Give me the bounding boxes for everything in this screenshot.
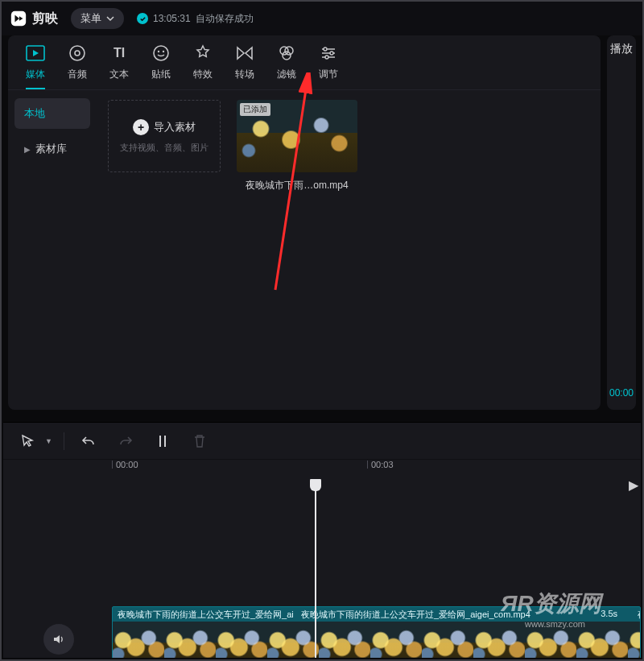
check-circle-icon (137, 13, 148, 24)
clip-filename: 夜晚城市下雨…om.mp4 (246, 179, 348, 192)
import-subtitle: 支持视频、音频、图片 (120, 142, 208, 154)
import-media-card[interactable]: + 导入素材 支持视频、音频、图片 (108, 100, 221, 172)
timeline-ruler[interactable]: 00:00 00:03 (3, 460, 641, 479)
tab-filter[interactable]: 滤镜 (277, 43, 296, 81)
tab-effect[interactable]: 特效 (193, 43, 213, 81)
clip-label-3: 夜晚城 (638, 609, 641, 621)
track-mute-button[interactable] (43, 624, 74, 655)
timeline-tools: ▼ (3, 423, 641, 460)
sidebar-item-local[interactable]: 本地 (14, 98, 90, 129)
tab-transition[interactable]: 转场 (235, 43, 254, 81)
clip-duration: 3.5s (601, 609, 617, 618)
timeline-panel: ▼ 00:00 00:03 夜晚城市下雨的街道上公交车开过_爱给网_ai 夜晚城… (3, 422, 641, 658)
tab-media[interactable]: 媒体 (26, 43, 45, 81)
plus-icon: + (133, 119, 149, 135)
svg-point-2 (70, 46, 85, 60)
tab-audio[interactable]: 音频 (68, 43, 87, 81)
tab-label: 贴纸 (151, 68, 171, 81)
tab-label: 特效 (193, 68, 213, 81)
transition-icon (235, 43, 254, 63)
filter-icon (277, 43, 296, 63)
autosave-text: 自动保存成功 (196, 12, 254, 26)
pointer-tool[interactable] (14, 428, 40, 454)
undo-button[interactable] (76, 428, 101, 454)
sticker-icon (151, 43, 171, 63)
clip-frames (113, 622, 640, 658)
tool-tabs: 媒体 音频 TI 文本 贴纸 特效 转场 (8, 35, 601, 90)
media-panel: 媒体 音频 TI 文本 贴纸 特效 转场 (8, 35, 601, 410)
effect-icon (193, 43, 213, 63)
media-clip[interactable]: 已添加 夜晚城市下雨…om.mp4 (237, 100, 357, 192)
app-logo: 剪映 (10, 10, 58, 27)
tab-label: 滤镜 (277, 68, 296, 81)
svg-point-9 (283, 52, 291, 60)
tab-label: 转场 (235, 68, 254, 81)
redo-button[interactable] (113, 428, 138, 454)
tab-text[interactable]: TI 文本 (109, 43, 129, 81)
app-name: 剪映 (32, 10, 58, 27)
clip-label-1: 夜晚城市下雨的街道上公交车开过_爱给网_ai (118, 609, 294, 619)
adjust-icon (319, 43, 338, 63)
split-tool[interactable] (150, 428, 175, 454)
svg-point-4 (154, 46, 168, 60)
chevron-right-icon: ▶ (24, 145, 31, 154)
sidebar-item-library[interactable]: ▶ 素材库 (14, 134, 90, 164)
tab-label: 媒体 (26, 68, 45, 81)
media-content: + 导入素材 支持视频、音频、图片 已添加 夜晚城市下雨…om.mp4 (97, 90, 601, 410)
sidebar-item-label: 本地 (24, 106, 45, 121)
ruler-tick: 00:00 (116, 460, 138, 469)
preview-label: 播放 (610, 42, 633, 56)
tab-adjust[interactable]: 调节 (319, 43, 338, 81)
tab-label: 调节 (319, 68, 338, 81)
delete-button[interactable] (187, 428, 213, 454)
titlebar: 剪映 菜单 13:05:31 自动保存成功 (2, 2, 642, 35)
svg-point-11 (330, 52, 333, 55)
autosave-status: 13:05:31 自动保存成功 (137, 12, 254, 26)
clip-added-badge: 已添加 (240, 103, 270, 116)
clip-label-2: 夜晚城市下雨的街道上公交车开过_爱给网_aigei_com.mp4 (301, 609, 530, 619)
media-sidebar: 本地 ▶ 素材库 (8, 90, 97, 410)
timeline-clip[interactable]: 夜晚城市下雨的街道上公交车开过_爱给网_ai 夜晚城市下雨的街道上公交车开过_爱… (112, 606, 641, 658)
playhead-grip[interactable] (310, 479, 321, 491)
preview-panel-edge: 播放 00:00 (607, 35, 636, 410)
video-track[interactable]: 夜晚城市下雨的街道上公交车开过_爱给网_ai 夜晚城市下雨的街道上公交车开过_爱… (112, 606, 641, 658)
sidebar-item-label: 素材库 (35, 142, 67, 156)
scroll-right-icon[interactable]: ▶ (626, 461, 641, 509)
svg-point-10 (324, 48, 327, 51)
svg-point-6 (163, 51, 164, 52)
menu-button[interactable]: 菜单 (71, 8, 124, 29)
svg-point-12 (325, 56, 328, 59)
tab-sticker[interactable]: 贴纸 (151, 43, 171, 81)
text-icon: TI (109, 43, 129, 63)
chevron-down-icon (106, 14, 114, 23)
autosave-time: 13:05:31 (153, 13, 191, 24)
svg-point-5 (158, 51, 159, 52)
import-title: 导入素材 (154, 120, 196, 134)
media-icon (26, 43, 45, 63)
tracks-area[interactable]: 夜晚城市下雨的街道上公交车开过_爱给网_ai 夜晚城市下雨的街道上公交车开过_爱… (3, 479, 641, 658)
menu-button-label: 菜单 (80, 11, 101, 26)
svg-point-8 (285, 47, 293, 55)
app-logo-icon (10, 10, 27, 27)
preview-timecode: 00:00 (609, 387, 634, 399)
tab-label: 音频 (68, 68, 87, 81)
chevron-down-icon[interactable]: ▼ (45, 437, 52, 445)
playhead[interactable] (315, 479, 316, 658)
svg-point-3 (75, 51, 80, 56)
tab-label: 文本 (109, 68, 129, 81)
ruler-tick: 00:03 (371, 460, 394, 469)
clip-thumbnail: 已添加 (237, 100, 357, 172)
audio-icon (68, 43, 87, 63)
